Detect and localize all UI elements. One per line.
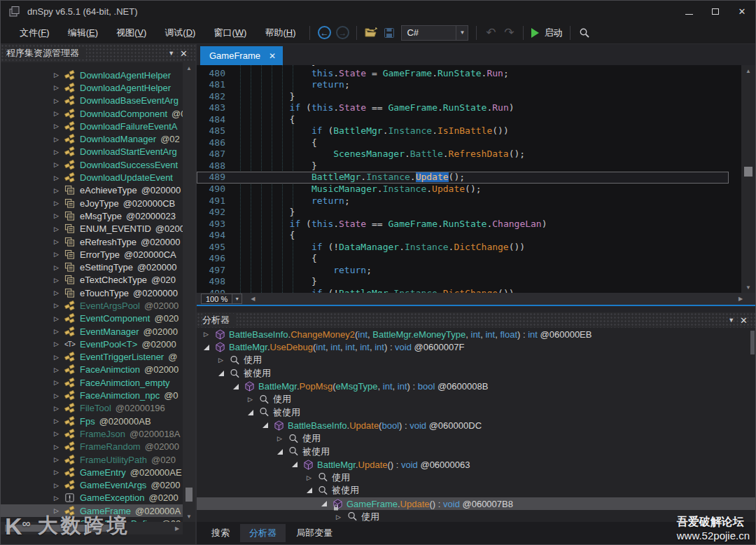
chevron-down-icon[interactable]: ▼ [456, 26, 468, 40]
code-line[interactable]: 492} [197, 207, 729, 219]
expander-icon[interactable]: ▷ [54, 405, 64, 412]
tree-item[interactable]: ▷GameEventArgs@0200 [1, 479, 183, 492]
tree-item[interactable]: ▷GameEntry@020000AE [1, 466, 183, 478]
analyzer-member-row[interactable]: ▷BattleBaseInfo.ChangeMoney2(int, Battle… [197, 328, 755, 341]
scroll-down-icon[interactable]: ▼ [741, 282, 755, 293]
tree-item[interactable]: ▷FrameJson@0200018A [1, 427, 183, 440]
expander-icon[interactable]: ▷ [54, 226, 64, 233]
expander-icon[interactable]: ▷ [54, 174, 64, 181]
expander-icon[interactable]: ▷ [54, 482, 64, 489]
scrollbar-thumb[interactable] [750, 331, 755, 354]
expander-icon[interactable]: ▷ [54, 110, 64, 117]
tree-item[interactable]: ▷ErrorType@020000CA [1, 248, 183, 261]
analyzer-search-row[interactable]: ▷使用 [197, 471, 755, 485]
tree-item[interactable]: ▷EventManager@02000 [1, 325, 183, 338]
code-line[interactable]: 480this.State = GameFrame.RunState.Run; [197, 68, 729, 80]
tree-item[interactable]: ▷EventTriggerListener@ [1, 351, 183, 364]
tree-item[interactable]: ▷eMsgType@02000023 [1, 209, 183, 222]
nav-back-button[interactable]: ← [315, 24, 333, 42]
expander-icon[interactable]: ▷ [54, 315, 64, 322]
code-line[interactable]: 498} [197, 276, 729, 288]
expander-open-icon[interactable] [204, 345, 215, 350]
status-tab[interactable]: 分析器 [240, 524, 286, 542]
expander-icon[interactable]: ▷ [54, 354, 64, 361]
code-line[interactable]: 489BattleMgr.Instance.Update(); [197, 172, 729, 184]
code-line[interactable]: 494{ [197, 230, 729, 242]
tree-item[interactable]: ▷DownloadUpdateEvent [1, 171, 183, 184]
code-line[interactable]: 488} [197, 160, 729, 172]
open-file-button[interactable] [362, 24, 380, 42]
tree-item[interactable]: ▷FrameRandom@02000 [1, 441, 183, 453]
tree-item[interactable]: ▷eAchieveType@020000 [1, 184, 183, 197]
expander-icon[interactable]: ▷ [307, 474, 318, 481]
code-line[interactable]: 495if (!DataManager.Instance.DictChange(… [197, 242, 729, 254]
analyzer-member-row[interactable]: BattleMgr.PopMsg(eMsgType, int, int) : b… [197, 380, 755, 393]
expander-icon[interactable]: ▷ [54, 302, 64, 309]
tab-gameframe[interactable]: GameFrame ✕ [200, 46, 283, 65]
expander-icon[interactable]: ▷ [277, 435, 288, 442]
panel-close-icon[interactable]: ✕ [178, 48, 190, 59]
panel-menu-chevron-icon[interactable]: ▼ [164, 50, 178, 57]
expander-open-icon[interactable] [277, 449, 288, 455]
code-line[interactable]: 486{ [197, 137, 729, 149]
tree-item[interactable]: ▷DownloadAgentHelper [1, 69, 183, 81]
analyzer-scrollbar[interactable] [750, 329, 755, 518]
menu-item-E[interactable]: 编辑(E) [59, 24, 107, 42]
start-button[interactable]: 启动 [528, 27, 565, 39]
expander-icon[interactable]: ▷ [54, 200, 64, 207]
code-line[interactable]: 490MusicManager.Instance.Update(); [197, 184, 729, 195]
nav-forward-button[interactable]: → [333, 24, 351, 42]
analyzer-search-row[interactable]: ▷使用 [197, 510, 755, 522]
expander-open-icon[interactable] [218, 371, 230, 376]
tree-vertical-scrollbar[interactable]: ▲ ▼ [183, 62, 195, 522]
expander-icon[interactable]: ▷ [54, 161, 64, 168]
zoom-level-select[interactable]: 100 % [201, 294, 232, 304]
expander-icon[interactable]: ▷ [54, 340, 64, 347]
tree-item[interactable]: ▷DownloadFailureEventA [1, 120, 183, 132]
undo-button[interactable]: ↶ [482, 24, 500, 42]
close-button[interactable]: ✕ [729, 1, 755, 22]
status-tab[interactable]: 局部变量 [287, 524, 342, 542]
tree-item[interactable]: ▷DownloadStartEventArg [1, 146, 183, 158]
expander-icon[interactable]: ▷ [54, 212, 64, 219]
tree-item[interactable]: ▷eTextCheckType@020 [1, 274, 183, 287]
redo-button[interactable]: ↷ [500, 24, 518, 42]
scroll-up-icon[interactable]: ▲ [741, 65, 755, 76]
analyzer-search-row[interactable]: 被使用 [197, 406, 755, 420]
code-line[interactable]: 483if (this.State == GameFrame.RunState.… [197, 102, 729, 114]
code-line[interactable]: 482} [197, 91, 729, 103]
tree-item[interactable]: ▷FaceAnimction@02000 [1, 364, 183, 376]
editor-horizontal-scrollbar[interactable]: ◀ ▶ [248, 293, 755, 305]
expander-icon[interactable]: ▷ [54, 238, 64, 245]
expander-icon[interactable]: ▷ [54, 443, 64, 450]
expander-icon[interactable]: ▷ [54, 136, 64, 143]
expander-icon[interactable]: ▷ [54, 495, 64, 502]
expander-open-icon[interactable] [307, 488, 318, 493]
search-button[interactable] [575, 24, 594, 42]
tree-item[interactable]: ▷FrameUtilityPath@020 [1, 453, 183, 466]
scrollbar-thumb[interactable] [744, 167, 752, 177]
code-line[interactable]: 499if (!BattleMgr.Instance.DictChange()) [197, 288, 729, 293]
scrollbar-thumb[interactable] [186, 488, 192, 502]
expander-icon[interactable]: ▷ [54, 379, 64, 386]
save-button[interactable] [380, 24, 398, 42]
menu-item-W[interactable]: 窗口(W) [204, 24, 255, 42]
expander-icon[interactable]: ▷ [54, 97, 64, 104]
menu-item-V[interactable]: 视图(V) [107, 24, 155, 42]
analyzer-member-row[interactable]: GameFrame.Update() : void @060007B8 [197, 497, 755, 511]
tree-item[interactable]: ▷eRefreshType@020000 [1, 235, 183, 248]
expander-icon[interactable]: ▷ [54, 251, 64, 258]
expander-icon[interactable]: ▷ [54, 187, 64, 194]
scroll-right-icon[interactable]: ▶ [172, 522, 183, 534]
tree-item[interactable]: ▷eSettingType@020000 [1, 261, 183, 273]
tree-item[interactable]: ▷FaceAnimction_npc@0 [1, 389, 183, 401]
analyzer-search-row[interactable]: 被使用 [197, 484, 755, 497]
analyzer-search-row[interactable]: 被使用 [197, 445, 755, 458]
editor-vertical-scrollbar[interactable]: ▲ ▼ [741, 65, 755, 293]
code-line[interactable]: 496{ [197, 253, 729, 265]
expander-icon[interactable]: ▷ [54, 71, 64, 78]
code-line[interactable]: 484{ [197, 114, 729, 126]
tree-item[interactable]: ▷DownloadAgentHelper [1, 81, 183, 94]
expander-icon[interactable]: ▷ [54, 430, 64, 437]
expander-icon[interactable]: ▷ [54, 366, 64, 373]
